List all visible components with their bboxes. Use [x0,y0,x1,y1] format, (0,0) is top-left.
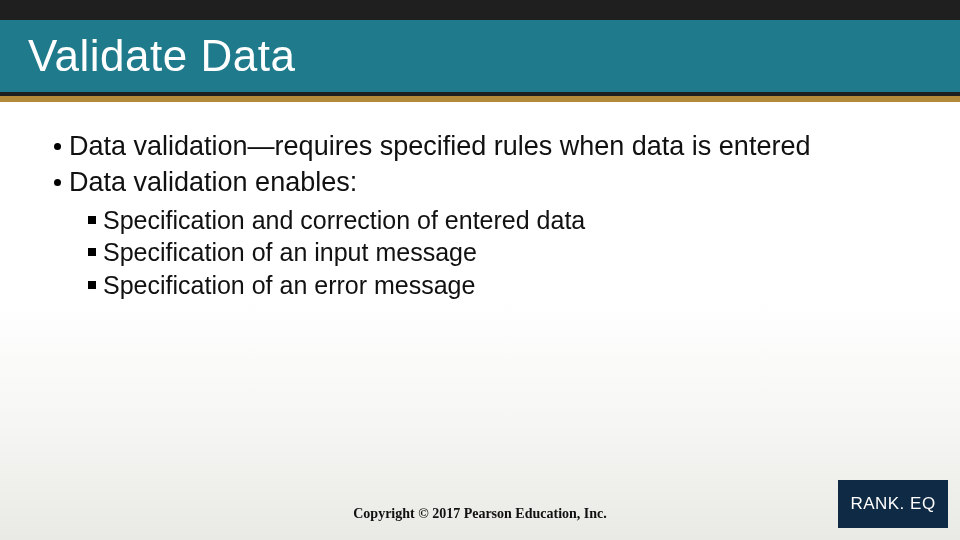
bullet-text: Specification and correction of entered … [103,204,585,237]
slide-title: Validate Data [0,31,295,81]
bullet-square-icon [88,248,96,256]
bullet-level2: Specification of an input message [88,236,930,269]
bullet-level2: Specification of an error message [88,269,930,302]
bullet-level1: Data validation—requires specified rules… [54,130,930,164]
badge-label: RANK. EQ [850,494,935,514]
rank-eq-badge: RANK. EQ [838,480,948,528]
bullet-text: Data validation—requires specified rules… [69,130,810,164]
bullet-text: Specification of an error message [103,269,475,302]
sub-bullet-group: Specification and correction of entered … [88,204,930,302]
content-area: Data validation—requires specified rules… [54,130,930,301]
bullet-dot-icon [54,143,61,150]
slide: Validate Data Data validation—requires s… [0,0,960,540]
bullet-square-icon [88,216,96,224]
bullet-square-icon [88,281,96,289]
bullet-level2: Specification and correction of entered … [88,204,930,237]
bullet-level1: Data validation enables: [54,166,930,200]
bullet-dot-icon [54,179,61,186]
copyright-text: Copyright © 2017 Pearson Education, Inc. [0,506,960,522]
title-bar: Validate Data [0,20,960,92]
bullet-text: Data validation enables: [69,166,357,200]
bullet-text: Specification of an input message [103,236,477,269]
title-underline-gold [0,96,960,102]
top-black-band [0,0,960,20]
